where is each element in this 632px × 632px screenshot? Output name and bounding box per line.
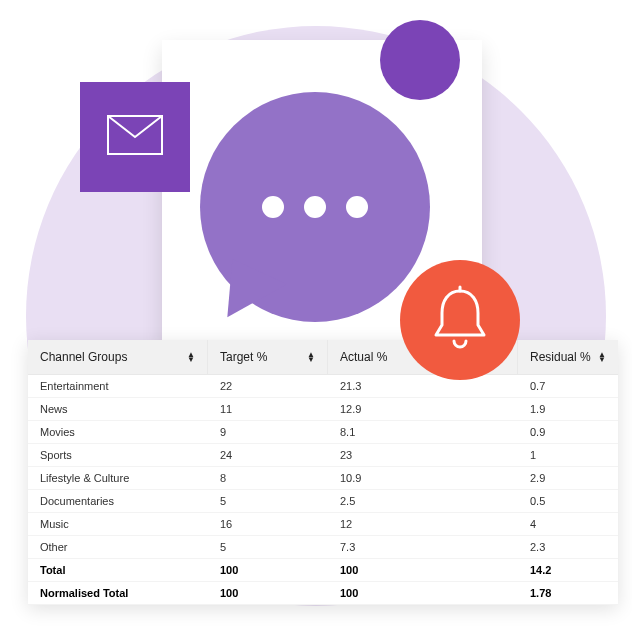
cell-target: 5 [208, 490, 328, 512]
cell-target: 16 [208, 513, 328, 535]
table-row: Documentaries52.50.5 [28, 490, 618, 513]
cell-target: 8 [208, 467, 328, 489]
cell-residual: 1.9 [518, 398, 618, 420]
column-residual-percent[interactable]: Residual % ▲▼ [518, 340, 618, 374]
column-channel-groups[interactable]: Channel Groups ▲▼ [28, 340, 208, 374]
cell-channel-group: Music [28, 513, 208, 535]
cell-residual: 2.9 [518, 467, 618, 489]
table-row: Entertainment2221.30.7 [28, 375, 618, 398]
table-row: Total10010014.2 [28, 559, 618, 582]
chat-dot [304, 196, 326, 218]
sort-icon[interactable]: ▲▼ [187, 352, 195, 362]
cell-target: 100 [208, 559, 328, 581]
table-row: Other57.32.3 [28, 536, 618, 559]
table-row: Normalised Total1001001.78 [28, 582, 618, 605]
cell-channel-group: Normalised Total [28, 582, 208, 604]
cell-residual: 2.3 [518, 536, 618, 558]
cell-channel-group: Total [28, 559, 208, 581]
cell-actual: 12 [328, 513, 518, 535]
table-body: Entertainment2221.30.7News1112.91.9Movie… [28, 375, 618, 605]
cell-channel-group: News [28, 398, 208, 420]
cell-actual: 10.9 [328, 467, 518, 489]
table-row: Music16124 [28, 513, 618, 536]
sort-icon[interactable]: ▲▼ [307, 352, 315, 362]
cell-residual: 1 [518, 444, 618, 466]
cell-target: 5 [208, 536, 328, 558]
cell-channel-group: Documentaries [28, 490, 208, 512]
cell-actual: 2.5 [328, 490, 518, 512]
cell-residual: 4 [518, 513, 618, 535]
cell-actual: 12.9 [328, 398, 518, 420]
bell-icon [430, 285, 490, 355]
column-label: Channel Groups [40, 350, 127, 364]
cell-channel-group: Other [28, 536, 208, 558]
cell-actual: 100 [328, 582, 518, 604]
cell-residual: 0.9 [518, 421, 618, 443]
cell-channel-group: Sports [28, 444, 208, 466]
notification-badge[interactable] [400, 260, 520, 380]
cell-actual: 23 [328, 444, 518, 466]
cell-residual: 1.78 [518, 582, 618, 604]
cell-actual: 7.3 [328, 536, 518, 558]
cell-actual: 8.1 [328, 421, 518, 443]
table-row: Lifestyle & Culture810.92.9 [28, 467, 618, 490]
sort-icon[interactable]: ▲▼ [598, 352, 606, 362]
cell-target: 100 [208, 582, 328, 604]
column-target-percent[interactable]: Target % ▲▼ [208, 340, 328, 374]
cell-channel-group: Movies [28, 421, 208, 443]
cell-actual: 21.3 [328, 375, 518, 397]
purple-dot [380, 20, 460, 100]
cell-residual: 14.2 [518, 559, 618, 581]
cell-target: 22 [208, 375, 328, 397]
cell-channel-group: Lifestyle & Culture [28, 467, 208, 489]
column-label: Target % [220, 350, 267, 364]
mail-tile[interactable] [80, 82, 190, 192]
chat-bubble[interactable] [200, 92, 430, 322]
cell-target: 9 [208, 421, 328, 443]
column-label: Actual % [340, 350, 387, 364]
channel-groups-table: Channel Groups ▲▼ Target % ▲▼ Actual % ▲… [28, 340, 618, 605]
table-header: Channel Groups ▲▼ Target % ▲▼ Actual % ▲… [28, 340, 618, 375]
chat-dot [262, 196, 284, 218]
table-row: News1112.91.9 [28, 398, 618, 421]
cell-actual: 100 [328, 559, 518, 581]
table-row: Sports24231 [28, 444, 618, 467]
table-row: Movies98.10.9 [28, 421, 618, 444]
cell-channel-group: Entertainment [28, 375, 208, 397]
chat-dot [346, 196, 368, 218]
mail-icon [107, 115, 163, 159]
cell-residual: 0.5 [518, 490, 618, 512]
cell-target: 24 [208, 444, 328, 466]
column-label: Residual % [530, 350, 591, 364]
cell-residual: 0.7 [518, 375, 618, 397]
cell-target: 11 [208, 398, 328, 420]
